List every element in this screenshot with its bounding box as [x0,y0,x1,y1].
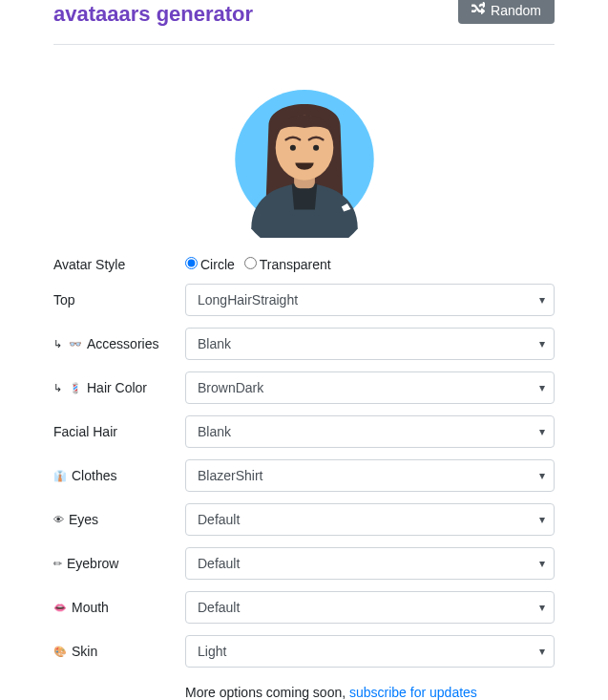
clothes-label: Clothes [72,468,116,483]
facial-hair-select[interactable]: Blank [185,415,555,448]
clothes-select[interactable]: BlazerShirt [185,459,555,492]
indent-icon: ↳ [53,338,62,350]
subscribe-link[interactable]: subscribe for updates [349,685,477,700]
shirt-icon: 👔 [53,470,67,482]
avatar-style-transparent[interactable]: Transparent [244,257,331,272]
eye-icon: 👁 [53,514,64,525]
top-select[interactable]: LongHairStraight [185,284,555,316]
pencil-icon: ✏ [53,558,62,570]
more-options-note: More options coming soon, subscribe for … [185,685,555,700]
eyebrow-label: Eyebrow [67,556,118,571]
mouth-select[interactable]: Default [185,591,555,624]
eyes-label: Eyes [69,512,98,527]
glasses-icon: 👓 [69,338,82,350]
mouth-icon: 👄 [53,602,67,614]
avatar-style-circle[interactable]: Circle [185,257,235,272]
svg-point-3 [289,145,295,151]
random-button-label: Random [491,3,541,18]
circle-label: Circle [200,257,235,272]
shuffle-icon [472,2,485,18]
top-label: Top [53,292,75,308]
accessories-select[interactable]: Blank [185,328,555,360]
palette-icon: 🎨 [53,646,67,658]
skin-label: Skin [72,644,97,659]
svg-point-4 [313,145,319,151]
indent-icon: ↳ [53,382,62,394]
hair-color-select[interactable]: BrownDark [185,371,555,404]
transparent-label: Transparent [260,257,331,272]
accessories-label: Accessories [87,336,158,351]
mouth-label: Mouth [72,600,109,615]
eyebrow-select[interactable]: Default [185,547,555,580]
page-title: avataaars generator [53,2,253,27]
avatar-preview [53,45,555,257]
random-button[interactable]: Random [458,0,555,24]
skin-select[interactable]: Light [185,635,555,668]
eyes-select[interactable]: Default [185,503,555,536]
facial-hair-label: Facial Hair [53,424,117,439]
hair-color-label: Hair Color [87,380,147,395]
avatar-style-label: Avatar Style [53,257,185,272]
barber-icon: 💈 [69,382,82,394]
